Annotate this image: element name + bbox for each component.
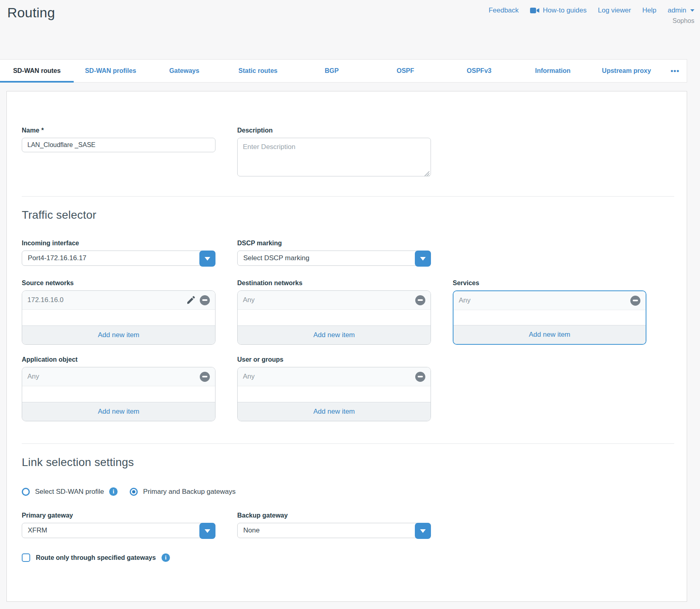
remove-icon[interactable] [200,372,210,382]
page-title: Routing [7,5,55,59]
primary-gateway-select[interactable]: XFRM [22,523,215,538]
tab-more-ellipsis[interactable]: ••• [663,60,687,82]
services-box: Any Add new item [453,290,646,345]
list-item: Any [238,291,431,310]
dscp-marking-group: DSCP marking Select DSCP marking [237,240,431,266]
required-marker: * [41,127,44,134]
dropdown-button[interactable] [199,251,215,267]
remove-icon[interactable] [630,296,640,306]
tab-gateways[interactable]: Gateways [147,60,221,82]
tab-ospf[interactable]: OSPF [369,60,442,82]
tab-ospfv3[interactable]: OSPFv3 [442,60,516,82]
add-new-item-button[interactable]: Add new item [22,402,215,421]
destination-networks-group: Destination networks Any Add new item [237,280,431,345]
tab-upstream-proxy[interactable]: Upstream proxy [590,60,663,82]
backup-gateway-group: Backup gateway None [237,512,431,538]
help-link[interactable]: Help [642,6,657,14]
chevron-down-icon [420,257,426,261]
description-label: Description [237,127,431,134]
info-icon[interactable]: i [109,487,118,496]
user-or-groups-label: User or groups [237,356,431,363]
add-new-item-button[interactable]: Add new item [22,325,215,344]
admin-menu[interactable]: admin [668,6,694,14]
add-new-item-button[interactable]: Add new item [454,325,646,344]
tab-bgp[interactable]: BGP [295,60,369,82]
description-input[interactable] [237,138,431,176]
route-only-checkbox-row: Route only through specified gateways i [22,553,687,562]
dscp-marking-select[interactable]: Select DSCP marking [237,251,431,266]
primary-gateway-label: Primary gateway [22,512,215,519]
brand-label: Sophos [673,17,694,25]
header-right: Feedback How-to guides Log viewer Help a… [489,5,694,59]
add-new-item-button[interactable]: Add new item [238,325,431,344]
add-new-item-button[interactable]: Add new item [238,402,431,421]
services-group: Services Any Add new item [453,280,646,345]
tab-static-routes[interactable]: Static routes [221,60,295,82]
list-item: Any [22,367,215,386]
route-only-checkbox[interactable] [22,553,30,562]
log-viewer-link[interactable]: Log viewer [598,6,631,14]
description-field-group: Description [237,127,431,178]
tab-sdwan-profiles[interactable]: SD-WAN profiles [74,60,147,82]
name-label: Name* [22,127,215,134]
info-icon[interactable]: i [162,553,170,562]
user-or-groups-group: User or groups Any Add new item [237,356,431,421]
feedback-link[interactable]: Feedback [489,6,519,14]
incoming-interface-label: Incoming interface [22,240,215,247]
howto-guides-link[interactable]: How-to guides [530,6,587,14]
route-form-card: Name* Description Traffic selector Incom… [6,91,687,602]
application-object-label: Application object [22,356,215,363]
destination-networks-label: Destination networks [237,280,431,287]
section-divider [22,196,674,197]
backup-gateway-label: Backup gateway [237,512,431,519]
chevron-down-icon [420,529,426,533]
user-or-groups-box: Any Add new item [237,367,431,421]
incoming-interface-select[interactable]: Port4-172.16.16.17 [22,251,215,266]
chevron-down-icon [690,9,694,12]
application-object-group: Application object Any Add new item [22,356,215,421]
radio-icon[interactable] [22,488,30,496]
video-camera-icon [530,7,540,14]
tab-sdwan-routes[interactable]: SD-WAN routes [0,60,74,82]
destination-networks-box: Any Add new item [237,290,431,345]
remove-icon[interactable] [200,295,210,305]
radio-icon[interactable] [130,488,138,496]
name-input[interactable] [22,138,215,152]
list-item: 172.16.16.0 [22,291,215,310]
incoming-interface-group: Incoming interface Port4-172.16.16.17 [22,240,215,266]
section-divider [22,443,674,444]
dropdown-button[interactable] [199,523,215,539]
route-only-checkbox-label: Route only through specified gateways [36,554,156,561]
traffic-selector-heading: Traffic selector [22,209,687,222]
chevron-down-icon [205,257,210,261]
remove-icon[interactable] [415,372,425,382]
primary-gateway-group: Primary gateway XFRM [22,512,215,538]
dropdown-button[interactable] [415,523,431,539]
source-networks-box: 172.16.16.0 Add new item [22,290,215,345]
page-header: Routing Feedback How-to guides Log viewe… [0,0,700,59]
services-label: Services [453,280,646,287]
tab-bar: SD-WAN routes SD-WAN profiles Gateways S… [0,59,687,83]
radio-select-sdwan-profile[interactable]: Select SD-WAN profile i [22,487,118,496]
source-networks-label: Source networks [22,280,215,287]
list-item: Any [454,291,646,310]
dropdown-button[interactable] [415,251,431,267]
link-selection-heading: Link selection settings [22,456,687,469]
dscp-marking-label: DSCP marking [237,240,431,247]
remove-icon[interactable] [415,295,425,305]
list-item: Any [238,367,431,386]
edit-icon[interactable] [186,295,196,305]
source-networks-group: Source networks 172.16.16.0 Add new item [22,280,215,345]
application-object-box: Any Add new item [22,367,215,421]
radio-primary-backup-gateways[interactable]: Primary and Backup gateways [130,488,236,496]
name-field-group: Name* [22,127,215,178]
backup-gateway-select[interactable]: None [237,523,431,538]
tab-information[interactable]: Information [516,60,590,82]
chevron-down-icon [205,529,210,533]
